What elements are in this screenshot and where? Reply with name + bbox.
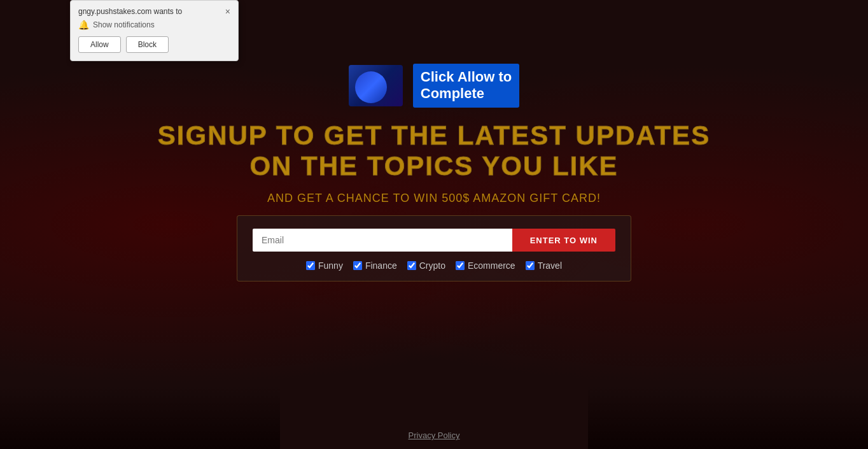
topic-label-travel: Travel	[526, 260, 562, 271]
topic-checkbox-travel[interactable]	[526, 261, 535, 270]
headline-line1: SIGNUP TO GET THE LATEST UPDATES	[158, 120, 710, 151]
topic-checkbox-finance[interactable]	[353, 261, 362, 270]
form-section: ENTER TO WIN FunnyFinanceCryptoEcommerce…	[237, 215, 631, 282]
email-row: ENTER TO WIN	[253, 229, 615, 252]
click-allow-line2: Complete	[421, 85, 512, 102]
logo-box	[349, 65, 403, 106]
notification-show-text: Show notifications	[93, 20, 155, 29]
bottom-dark-left	[0, 385, 280, 449]
topic-checkbox-funny[interactable]	[306, 261, 315, 270]
topic-text-finance: Finance	[365, 260, 397, 271]
bell-icon: 🔔	[78, 20, 89, 30]
bottom-dark-right	[588, 385, 868, 449]
privacy-policy-link[interactable]: Privacy Policy	[409, 431, 460, 440]
topic-label-ecommerce: Ecommerce	[456, 260, 515, 271]
headline-section: SIGNUP TO GET THE LATEST UPDATES ON THE …	[158, 120, 710, 182]
topics-checkboxes-row: FunnyFinanceCryptoEcommerceTravel	[253, 260, 615, 271]
topic-text-ecommerce: Ecommerce	[468, 260, 515, 271]
notification-site-text: gngy.pushstakes.com wants to	[78, 7, 225, 16]
notification-close-button[interactable]: ×	[225, 7, 230, 16]
allow-button[interactable]: Allow	[78, 36, 121, 53]
notification-dialog: gngy.pushstakes.com wants to × 🔔 Show no…	[70, 0, 239, 61]
click-allow-section: Click Allow to Complete	[349, 64, 519, 108]
topic-label-finance: Finance	[353, 260, 397, 271]
notification-buttons: Allow Block	[78, 36, 230, 53]
block-button[interactable]: Block	[126, 36, 169, 53]
notification-show-row: 🔔 Show notifications	[78, 20, 230, 30]
topic-text-funny: Funny	[318, 260, 343, 271]
click-allow-text-box: Click Allow to Complete	[413, 64, 519, 108]
click-allow-line1: Click Allow to	[421, 69, 512, 85]
topic-checkbox-ecommerce[interactable]	[456, 261, 465, 270]
topic-text-crypto: Crypto	[419, 260, 445, 271]
headline-line2: ON THE TOPICS YOU LIKE	[158, 151, 710, 182]
topic-label-crypto: Crypto	[407, 260, 445, 271]
topic-checkbox-crypto[interactable]	[407, 261, 416, 270]
topic-text-travel: Travel	[538, 260, 562, 271]
notification-header: gngy.pushstakes.com wants to ×	[78, 7, 230, 16]
topic-label-funny: Funny	[306, 260, 343, 271]
headline-subline: AND GET A CHANCE TO WIN 500$ AMAZON GIFT…	[267, 192, 601, 205]
logo-moon-shape	[355, 71, 387, 103]
enter-to-win-button[interactable]: ENTER TO WIN	[512, 229, 615, 252]
email-input[interactable]	[253, 229, 512, 252]
